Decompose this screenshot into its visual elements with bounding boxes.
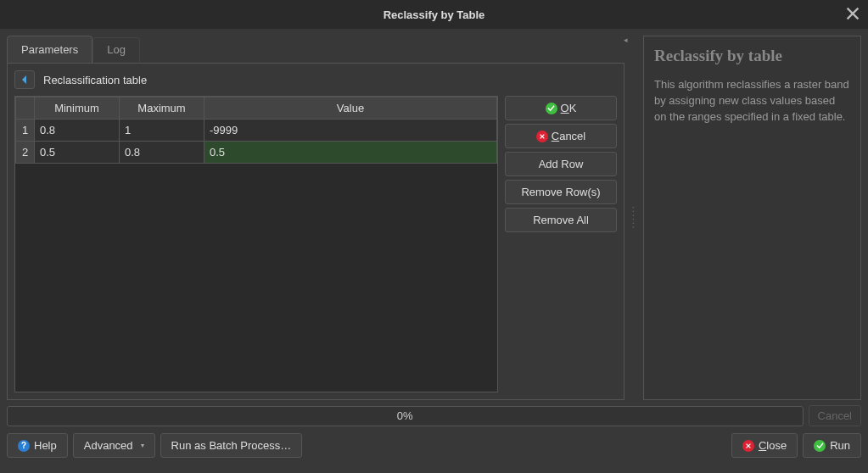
advanced-label: Advanced [84,439,133,452]
help-question-icon: ? [18,440,30,452]
help-button[interactable]: ? Help [7,433,68,458]
back-arrow-icon [20,75,29,84]
cell-minimum[interactable]: 0.5 [35,142,120,164]
ok-label-rest: K [569,102,577,114]
splitter-dots-icon: ······ [628,206,641,230]
close-x-icon [742,440,754,452]
title-bar: Reclassify by Table [0,0,868,29]
table-area: Minimum Maximum Value 1 0.8 1 -9999 [14,96,617,392]
window-title: Reclassify by Table [384,8,485,21]
close-label-rest: lose [766,439,787,452]
table-empty-space [15,164,497,392]
cancel-mnemonic: C [552,130,559,142]
remove-rows-button[interactable]: Remove Row(s) [505,180,617,204]
cell-value[interactable]: -9999 [204,120,497,142]
tab-log[interactable]: Log [92,37,140,63]
cancel-button[interactable]: Cancel [505,124,617,148]
add-row-button[interactable]: Add Row [505,152,617,176]
ok-button[interactable]: OK [505,96,617,120]
main-area: ◂ Parameters Log Reclassification table [0,29,868,400]
run-button[interactable]: Run [803,433,861,458]
row-number[interactable]: 2 [16,142,35,164]
run-label: Run [830,439,850,452]
left-panel: Parameters Log Reclassification table Mi… [7,36,624,400]
cancel-x-icon [536,131,548,142]
close-mnemonic: C [759,439,766,452]
progress-cancel-button: Cancel [809,405,861,426]
help-panel: Reclassify by table This algorithm recla… [643,36,861,400]
remove-all-button[interactable]: Remove All [505,208,617,232]
rownum-header [16,97,35,120]
panel-collapse-arrow-icon[interactable]: ◂ [624,36,628,44]
tab-content: Reclassification table Minimum Maximum V… [7,63,624,400]
back-button[interactable] [14,70,35,89]
panel-subtitle: Reclassification table [43,74,147,86]
col-header-minimum[interactable]: Minimum [35,97,120,120]
progress-row: 0% Cancel [0,400,868,426]
subheader: Reclassification table [14,70,617,89]
dropdown-arrow-icon: ▾ [141,442,144,449]
help-label: Help [34,439,57,452]
advanced-button[interactable]: Advanced ▾ [73,433,155,458]
help-title: Reclassify by table [654,47,850,65]
progress-bar: 0% [7,406,804,426]
table-row[interactable]: 2 0.5 0.8 0.5 [16,142,497,164]
cancel-label-rest: ancel [559,130,585,142]
tabs: Parameters Log [7,36,624,63]
side-buttons: OK Cancel Add Row Remove Row(s) Remove A… [505,96,617,392]
cell-value[interactable]: 0.5 [204,142,497,164]
col-header-value[interactable]: Value [204,97,497,120]
cell-maximum[interactable]: 1 [120,120,204,142]
reclass-table: Minimum Maximum Value 1 0.8 1 -9999 [14,96,498,392]
ok-check-icon [546,103,557,114]
close-button[interactable]: Close [731,433,798,458]
splitter-handle[interactable]: ······ [631,36,636,400]
run-check-icon [814,440,826,452]
cell-maximum[interactable]: 0.8 [120,142,204,164]
bottom-bar: ? Help Advanced ▾ Run as Batch Process… … [0,426,868,465]
cell-minimum[interactable]: 0.8 [35,120,120,142]
run-batch-button[interactable]: Run as Batch Process… [160,433,303,458]
table-row[interactable]: 1 0.8 1 -9999 [16,120,497,142]
ok-mnemonic: O [561,102,569,114]
progress-pct: 0% [397,409,413,422]
tab-parameters[interactable]: Parameters [7,36,92,63]
window-close-button[interactable] [846,7,860,20]
help-body: This algorithm reclassifies a raster ban… [654,77,850,125]
row-number[interactable]: 1 [16,120,35,142]
col-header-maximum[interactable]: Maximum [120,97,204,120]
